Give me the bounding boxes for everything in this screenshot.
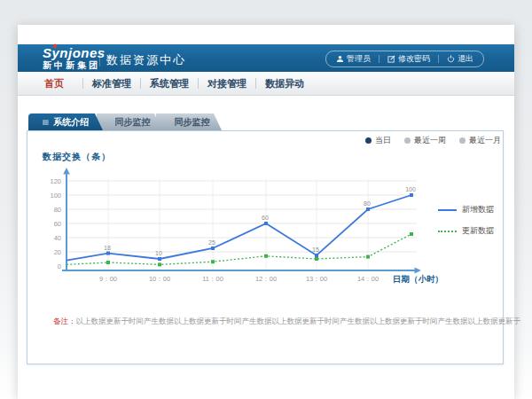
svg-text:14：00: 14：00 (357, 275, 379, 283)
radio-label: 最近一月 (469, 135, 501, 146)
header-divider (99, 50, 100, 66)
radio-last-week[interactable]: 最近一周 (404, 135, 446, 146)
time-range-filter: 当日 最近一周 最近一月 (365, 135, 501, 146)
svg-text:11：00: 11：00 (202, 275, 223, 283)
admin-label: 管理员 (347, 53, 371, 65)
logout-label: 退出 (458, 53, 473, 65)
svg-text:10：00: 10：00 (149, 275, 170, 283)
footnote-label: 备注： (53, 317, 76, 325)
svg-text:20: 20 (54, 248, 61, 256)
svg-text:0: 0 (58, 262, 61, 270)
nav-item-home[interactable]: 首页 (28, 77, 80, 90)
legend-label: 更新数据 (462, 225, 494, 237)
nav-item-data-change[interactable]: 数据异动 (259, 77, 310, 90)
page-title: 数据资源中心 (106, 52, 186, 68)
nav-item-standards[interactable]: 标准管理 (86, 77, 137, 90)
chart-y-axis-title: 数据交换（条） (43, 151, 111, 163)
logo-text: Synjones (43, 45, 106, 60)
logo-subtitle: 新中新集团 (43, 61, 106, 70)
user-menu: 管理员 修改密码 退出 (325, 51, 484, 67)
nav-item-system[interactable]: 系统管理 (144, 77, 195, 90)
company-logo: Synjones 新中新集团 (43, 46, 106, 70)
user-menu-separator (438, 55, 439, 63)
svg-text:120: 120 (50, 177, 61, 185)
legend-item-update-data[interactable]: 更新数据 (438, 225, 494, 237)
user-icon (336, 55, 344, 63)
admin-user-button[interactable]: 管理员 (336, 53, 371, 65)
legend-item-new-data[interactable]: 新增数据 (438, 204, 494, 215)
edit-icon (387, 55, 395, 63)
radio-today[interactable]: 当日 (365, 135, 391, 146)
svg-text:15: 15 (312, 246, 319, 253)
nav-separator (198, 78, 199, 89)
tab-sync-monitor-2[interactable]: 同步监控 (156, 113, 222, 130)
nav-separator (140, 78, 141, 89)
tab-bar: ▦ 系统介绍 同步监控 同步监控 (28, 113, 222, 130)
footnote-text: 以上数据更新于时间产生数据以上数据更新于时间产生数据以上数据更新于时间产生数据以… (76, 317, 521, 325)
app-header: Synjones 新中新集团 数据资源中心 管理员 修改密码 (18, 44, 514, 72)
radio-label: 当日 (375, 135, 391, 146)
radio-dot-icon (404, 137, 411, 144)
nav-separator (82, 78, 83, 89)
logout-button[interactable]: 退出 (447, 53, 473, 65)
svg-text:13：00: 13：00 (306, 275, 327, 283)
svg-text:80: 80 (364, 200, 371, 207)
nav-separator (255, 78, 256, 89)
legend-label: 新增数据 (462, 204, 494, 215)
svg-text:60: 60 (54, 220, 61, 228)
svg-text:60: 60 (262, 215, 269, 221)
nav-item-integration[interactable]: 对接管理 (201, 77, 253, 90)
main-nav: 首页 标准管理 系统管理 对接管理 数据异动 (18, 72, 514, 96)
svg-text:日期（小时）: 日期（小时） (393, 274, 443, 285)
svg-text:40: 40 (54, 234, 61, 242)
dotted-line-swatch-icon (438, 231, 457, 232)
svg-text:80: 80 (54, 206, 61, 214)
svg-text:100: 100 (405, 186, 416, 192)
svg-text:12：00: 12：00 (255, 275, 277, 283)
solid-line-swatch-icon (438, 209, 457, 211)
radio-dot-icon (365, 137, 372, 144)
logo-wordmark: Synjones (43, 46, 106, 59)
exchange-line-chart: 0204060801001209：0010：0011：0012：0013：001… (35, 167, 483, 289)
svg-text:10: 10 (155, 250, 162, 256)
radio-label: 最近一周 (414, 135, 446, 146)
chart-legend: 新增数据 更新数据 (438, 204, 494, 246)
power-icon (447, 55, 455, 63)
svg-text:25: 25 (208, 239, 215, 246)
svg-text:100: 100 (50, 192, 61, 200)
tab-label: 系统介绍 (53, 113, 89, 130)
svg-text:18: 18 (104, 245, 111, 251)
change-password-label: 修改密码 (398, 53, 430, 65)
radio-dot-icon (459, 137, 466, 144)
user-menu-separator (379, 55, 379, 63)
tab-system-intro[interactable]: ▦ 系统介绍 (28, 113, 103, 130)
grid-icon: ▦ (43, 113, 50, 130)
change-password-button[interactable]: 修改密码 (387, 53, 430, 65)
footnote: 备注：以上数据更新于时间产生数据以上数据更新于时间产生数据以上数据更新于时间产生… (53, 317, 497, 327)
svg-text:9：00: 9：00 (99, 275, 117, 283)
radio-last-month[interactable]: 最近一月 (459, 135, 501, 146)
tab-sync-monitor-1[interactable]: 同步监控 (97, 113, 162, 130)
browser-page: Synjones 新中新集团 数据资源中心 管理员 修改密码 (18, 25, 514, 399)
